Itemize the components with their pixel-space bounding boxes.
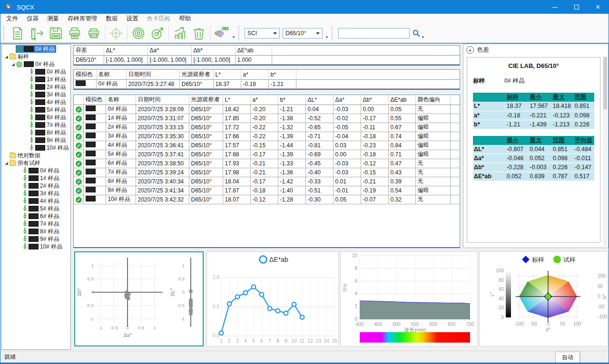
column-header[interactable]: [272, 46, 460, 55]
tree-item[interactable]: 2# 样品: [2, 83, 70, 91]
column-header[interactable]: L*: [223, 95, 250, 105]
tree-item[interactable]: 8# 样品: [2, 129, 70, 136]
table-row[interactable]: ✓5# 样品2020/7/25 3:37:41D65/10°17.68-0.17…: [74, 150, 460, 159]
column-header[interactable]: 日期时间: [126, 70, 179, 79]
tree-item[interactable]: 3# 样品: [2, 91, 70, 98]
column-header[interactable]: 模拟色: [83, 95, 106, 105]
statistics-button[interactable]: [170, 24, 189, 42]
column-header[interactable]: [296, 70, 460, 79]
tree-item[interactable]: 3# 样品: [2, 190, 70, 197]
column-header[interactable]: b*: [268, 70, 296, 79]
menu-item[interactable]: 测量: [43, 14, 63, 24]
toolbar-grip[interactable]: [3, 26, 7, 40]
tree-item[interactable]: 1# 样品: [2, 76, 70, 83]
toolbar-grip[interactable]: [238, 26, 242, 40]
search-input[interactable]: [338, 28, 410, 38]
column-header[interactable]: Δb*: [191, 46, 235, 55]
menu-item[interactable]: 帮助: [175, 14, 196, 24]
column-header[interactable]: [74, 95, 83, 105]
column-header[interactable]: Δa*: [333, 95, 361, 105]
column-header[interactable]: 光源观察者: [189, 95, 223, 105]
tree-item[interactable]: 绝对数据: [2, 152, 70, 159]
close-button[interactable]: ✕: [587, 0, 609, 14]
table-row[interactable]: ✓9# 样品2020/7/25 3:41:34D65/10°17.87-0.18…: [74, 186, 460, 195]
tree-item[interactable]: ◢所有试样: [2, 159, 70, 167]
color-card-match-button[interactable]: [212, 24, 231, 42]
column-header[interactable]: L*: [213, 70, 241, 79]
table-row[interactable]: ✓3# 样品2020/7/25 3:35:30D65/10°17.66-0.22…: [74, 132, 460, 141]
column-header[interactable]: b*: [278, 95, 305, 105]
print-button[interactable]: [65, 24, 84, 42]
tree-item[interactable]: 8# 样品: [2, 228, 70, 235]
tree-item[interactable]: 5# 样品: [2, 205, 70, 212]
table-row[interactable]: ✓6# 样品2020/7/25 3:38:50D65/10°17.93-0.21…: [74, 159, 460, 168]
column-header[interactable]: [450, 95, 460, 105]
diff-panel-scrollbar[interactable]: [603, 57, 608, 247]
toolbar-overflow-button[interactable]: ▼: [324, 26, 330, 40]
table-row[interactable]: ✓1# 样品2020/7/25 3:31:07D65/10°17.85-0.20…: [74, 114, 460, 123]
tree-item[interactable]: 6# 样品: [2, 212, 70, 220]
tree-item[interactable]: ◢0# 样品: [2, 60, 70, 68]
measure-standard-button[interactable]: [129, 24, 148, 42]
tree-item[interactable]: ◢标样: [2, 53, 70, 60]
column-header[interactable]: 名称: [96, 70, 126, 79]
menu-item[interactable]: 文件: [2, 14, 22, 24]
toolbar-overflow-button[interactable]: ▼: [420, 26, 426, 40]
reflectance-spectrum-chart[interactable]: 0246810400450500550600650700R%波长(nm): [340, 251, 478, 346]
calibrate-button[interactable]: [107, 24, 126, 42]
search-icon[interactable]: [413, 29, 420, 37]
tree-item[interactable]: 9# 样品: [2, 136, 70, 144]
menu-item[interactable]: 设置: [122, 14, 143, 24]
column-header[interactable]: 名称: [106, 95, 136, 105]
minimize-button[interactable]: [544, 0, 566, 14]
tree-item[interactable]: 6# 样品: [2, 114, 70, 121]
tree-item[interactable]: 7# 样品: [2, 220, 70, 228]
delete-button[interactable]: [189, 24, 208, 42]
tree-item[interactable]: 2# 样品: [2, 182, 70, 190]
table-row[interactable]: 0# 样品2020/7/25 3:27:48D65/10°18.37-0.18-…: [74, 79, 460, 88]
delta-e-trend-chart[interactable]: 0.00.51.0123456789101112131415ΔE*ab: [206, 251, 339, 346]
maximize-button[interactable]: [566, 0, 587, 14]
tree-item[interactable]: 10# 样品: [2, 243, 70, 250]
table-row[interactable]: ✓2# 样品2020/7/25 3:33:15D65/10°17.72-0.22…: [74, 123, 460, 132]
table-row[interactable]: ✓4# 样品2020/7/25 3:36:41D65/10°17.57-0.15…: [74, 141, 460, 150]
tree-item[interactable]: 5# 样品: [2, 106, 70, 114]
column-header[interactable]: ΔE*ab: [388, 95, 415, 105]
menu-item[interactable]: 数据: [102, 14, 122, 24]
table-row[interactable]: ✓10# 样品2020/7/25 3:42:32D65/10°18.07-0.1…: [74, 195, 460, 204]
column-header[interactable]: ΔL*: [104, 46, 147, 55]
tree-item[interactable]: 4# 样品: [2, 197, 70, 205]
tree-item[interactable]: 4# 样品: [2, 98, 70, 106]
tree-expander-icon[interactable]: ◢: [10, 62, 16, 67]
export-button[interactable]: [27, 24, 46, 42]
tree-expander-icon[interactable]: ◢: [4, 55, 9, 59]
column-header[interactable]: ΔE*ab: [235, 46, 272, 55]
column-header[interactable]: 日期时间: [136, 95, 189, 105]
tree-item[interactable]: 1# 样品: [2, 174, 70, 182]
column-header[interactable]: 光源观察者: [179, 70, 213, 79]
column-header[interactable]: 颜色偏向: [415, 95, 450, 105]
column-header[interactable]: 容差: [74, 46, 104, 55]
column-header[interactable]: Δb*: [361, 95, 388, 105]
collapse-panel-icon[interactable]: ▲: [466, 46, 474, 54]
tree-item[interactable]: 7# 样品: [2, 121, 70, 129]
column-header[interactable]: a*: [241, 70, 268, 79]
menu-item[interactable]: 仪器: [22, 14, 43, 24]
delta-ab-scatter-chart[interactable]: -1-1-1-0.5-0.5-0.50000.50.50.5111Δa*Δb*Δ…: [74, 251, 204, 346]
table-row[interactable]: D65/10°[-1.000, 1.000][-1.000, 1.000][-1…: [74, 55, 460, 64]
table-row[interactable]: ✓0# 样品2020/7/25 3:28:09D65/10°18.42-0.20…: [74, 105, 460, 114]
table-row[interactable]: ✓8# 样品2020/7/25 3:40:34D65/10°18.04-0.17…: [74, 177, 460, 186]
save-button[interactable]: [46, 24, 65, 42]
tree-item[interactable]: 10# 样品: [2, 144, 70, 152]
tree-item[interactable]: 0# 样品: [2, 45, 70, 53]
tree-item[interactable]: 0# 样品: [2, 68, 70, 76]
print-word-button[interactable]: Word: [84, 24, 103, 42]
sci-sce-dropdown[interactable]: SCI: [245, 28, 280, 38]
menu-item[interactable]: 色卡匹检: [143, 14, 175, 24]
tree-item[interactable]: 9# 样品: [2, 235, 70, 243]
toolbar-grip[interactable]: [332, 26, 335, 40]
column-header[interactable]: Δa*: [147, 46, 191, 55]
tree-expander-icon[interactable]: ◢: [4, 161, 9, 165]
menu-item[interactable]: 存样库管理: [63, 14, 102, 24]
column-header[interactable]: a*: [250, 95, 278, 105]
